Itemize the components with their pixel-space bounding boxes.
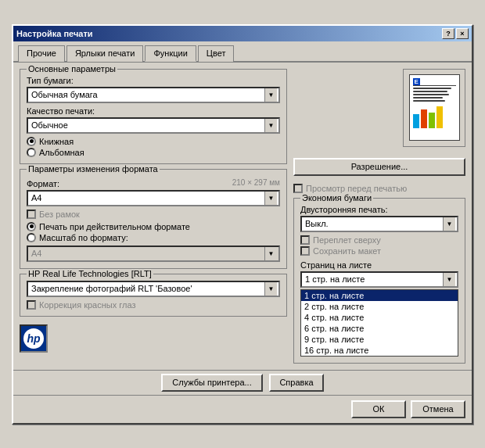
bind-top-checkbox	[300, 235, 310, 245]
paper-type-arrow-icon[interactable]: ▼	[264, 88, 277, 102]
print-preview-image: E	[403, 69, 465, 147]
preview-lines	[413, 88, 456, 102]
basic-params-title: Основные параметры	[27, 64, 117, 73]
pages-option-4[interactable]: 4 стр. на листе	[301, 312, 458, 323]
title-bar-buttons: ? ×	[442, 28, 469, 39]
pages-option-1[interactable]: 1 стр. на листе	[301, 290, 458, 301]
economy-group: Экономия бумаги Двусторонняя печать: Вык…	[293, 198, 465, 364]
portrait-label: Книжная	[39, 137, 74, 146]
paper-type-dropdown[interactable]: Обычная бумага ▼	[27, 87, 280, 103]
format-params-group: Параметры изменения формата Формат: 210 …	[20, 169, 287, 269]
print-actual-radio-btn[interactable]	[27, 222, 36, 231]
duplex-value: Выкл.	[304, 219, 443, 228]
red-eye-checkbox-item: Коррекция красных глаз	[27, 300, 280, 310]
scale-format-radio-btn[interactable]	[27, 233, 36, 242]
preview-chart	[413, 105, 456, 128]
duplex-arrow-icon[interactable]: ▼	[443, 217, 455, 231]
close-title-btn[interactable]: ×	[456, 28, 469, 39]
bottom-bar: ОК Отмена	[13, 395, 472, 423]
economy-title: Экономия бумаги	[300, 193, 373, 202]
red-eye-checkbox[interactable]	[27, 300, 36, 310]
print-quality-label: Качество печати:	[27, 106, 280, 116]
scale-value: А4	[30, 249, 264, 258]
help-title-btn[interactable]: ?	[442, 28, 454, 39]
pages-dropdown[interactable]: 1 стр. на листе ▼	[300, 271, 458, 288]
window-title: Настройка печати	[16, 29, 93, 38]
bind-top-label: Переплет сверху	[313, 235, 381, 245]
pages-option-2[interactable]: 2 стр. на листе	[301, 301, 458, 312]
tab-yarlyki[interactable]: Ярлыки печати	[66, 45, 144, 62]
format-size: 210 × 297 мм	[232, 178, 280, 187]
red-eye-label: Коррекция красных глаз	[39, 300, 135, 310]
landscape-radio[interactable]: Альбомная	[27, 148, 280, 157]
hp-logo: hp	[20, 324, 48, 353]
main-content: Основные параметры Тип бумаги: Обычная б…	[13, 63, 472, 370]
portrait-radio-btn[interactable]	[27, 137, 36, 146]
rlt-setting-dropdown[interactable]: Закрепление фотографий RLT 'Базовое' ▼	[27, 281, 280, 297]
left-panel: Основные параметры Тип бумаги: Обычная б…	[20, 69, 287, 364]
hp-logo-circle: hp	[23, 328, 44, 349]
tab-funktsii[interactable]: Функции	[145, 45, 196, 62]
tabs-bar: Прочие Ярлыки печати Функции Цвет	[13, 41, 472, 63]
print-quality-value: Обычное	[30, 120, 264, 130]
print-actual-radio[interactable]: Печать при действительном формате	[27, 222, 280, 231]
no-borders-checkbox-item: Без рамок	[27, 210, 280, 219]
preview-before-print-label: Просмотр перед печатью	[306, 184, 407, 193]
pages-label: Страниц на листе	[300, 260, 458, 270]
bind-top-item: Переплет сверху	[300, 235, 458, 245]
title-bar: Настройка печати ? ×	[13, 26, 472, 41]
rlt-group: HP Real Life Technologies [RLT] Закрепле…	[20, 274, 287, 317]
format-dropdown[interactable]: А4 ▼	[27, 190, 280, 206]
tab-prochie[interactable]: Прочие	[18, 45, 65, 62]
landscape-radio-btn[interactable]	[27, 148, 36, 157]
tab-tsvet[interactable]: Цвет	[198, 45, 235, 62]
save-layout-checkbox	[300, 246, 310, 256]
cancel-button[interactable]: Отмена	[411, 400, 465, 418]
ok-button[interactable]: ОК	[351, 400, 406, 418]
basic-params-group: Основные параметры Тип бумаги: Обычная б…	[20, 69, 287, 164]
rlt-setting-value: Закрепление фотографий RLT 'Базовое'	[30, 284, 264, 293]
orientation-group: Книжная Альбомная	[27, 137, 280, 157]
no-borders-checkbox[interactable]	[27, 210, 36, 219]
duplex-label: Двусторонняя печать:	[300, 205, 458, 214]
landscape-label: Альбомная	[39, 148, 84, 157]
duplex-dropdown[interactable]: Выкл. ▼	[300, 216, 458, 232]
scale-format-radio[interactable]: Масштаб по формату:	[27, 233, 280, 242]
print-settings-window: Настройка печати ? × Прочие Ярлыки печат…	[12, 24, 473, 425]
scale-format-label: Масштаб по формату:	[39, 233, 128, 242]
help-button[interactable]: Справка	[269, 374, 324, 392]
resolution-button[interactable]: Разрешение...	[293, 158, 465, 176]
pages-section: 1 стр. на листе ▼ 1 стр. на листе 2 стр.…	[300, 271, 458, 357]
rlt-arrow-icon[interactable]: ▼	[264, 282, 277, 296]
save-layout-label: Сохранить макет	[313, 246, 381, 256]
no-borders-label: Без рамок	[39, 210, 80, 219]
print-quality-arrow-icon[interactable]: ▼	[264, 119, 277, 132]
preview-before-print-item: Просмотр перед печатью	[293, 184, 465, 193]
pages-dropdown-list: 1 стр. на листе 2 стр. на листе 4 стр. н…	[300, 289, 458, 357]
pages-option-16[interactable]: 16 стр. на листе	[301, 345, 458, 356]
bottom-right-buttons: ОК Отмена	[351, 400, 465, 418]
print-quality-dropdown[interactable]: Обычное ▼	[27, 117, 280, 134]
pages-option-9[interactable]: 9 стр. на листе	[301, 334, 458, 345]
format-value: А4	[30, 193, 264, 202]
paper-type-value: Обычная бумага	[30, 90, 264, 99]
save-layout-item: Сохранить макет	[300, 246, 458, 256]
format-arrow-icon[interactable]: ▼	[264, 192, 277, 205]
portrait-radio[interactable]: Книжная	[27, 137, 280, 146]
services-button[interactable]: Службы принтера...	[161, 374, 263, 392]
right-panel: E	[293, 69, 465, 364]
print-actual-label: Печать при действительном формате	[39, 222, 190, 231]
services-bar: Службы принтера... Справка	[13, 370, 472, 395]
scale-value-dropdown: А4 ▼	[27, 246, 280, 262]
scale-arrow-icon: ▼	[264, 247, 277, 260]
rlt-title: HP Real Life Technologies [RLT]	[27, 269, 153, 278]
pages-value: 1 стр. на листе	[304, 274, 443, 284]
pages-arrow-icon[interactable]: ▼	[443, 273, 455, 286]
format-label: Формат:	[27, 179, 59, 188]
preview-before-print-checkbox[interactable]	[293, 184, 303, 193]
paper-type-label: Тип бумаги:	[27, 76, 280, 85]
pages-option-6[interactable]: 6 стр. на листе	[301, 323, 458, 334]
format-params-title: Параметры изменения формата	[27, 164, 160, 174]
